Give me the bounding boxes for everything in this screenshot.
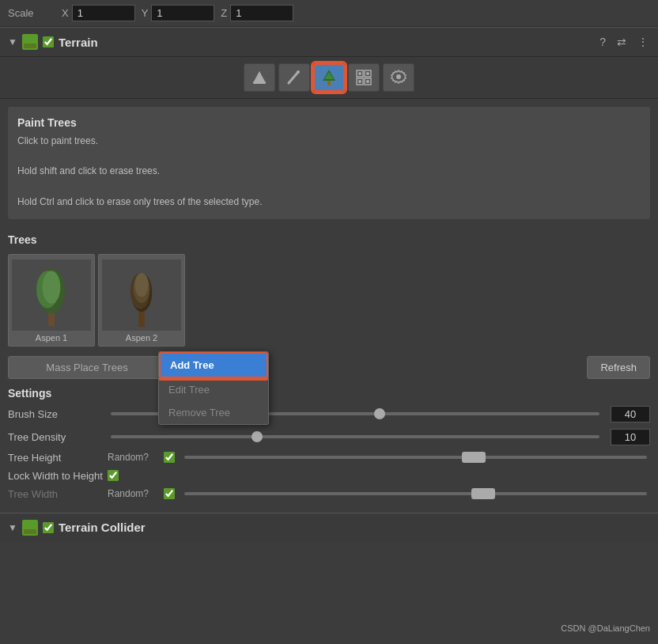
- scale-y-field: Y: [142, 5, 215, 21]
- mass-place-button[interactable]: Mass Place Trees: [8, 356, 166, 379]
- svg-rect-6: [327, 81, 331, 85]
- tree-item-aspen1[interactable]: Aspen 1: [8, 254, 95, 347]
- tree-item-aspen2[interactable]: Aspen 2: [98, 254, 185, 347]
- svg-point-5: [297, 70, 300, 74]
- tree-width-random-checkbox[interactable]: [164, 488, 175, 499]
- terrain-collider-header: ▼ Terrain Collider: [0, 513, 658, 542]
- scale-x-input[interactable]: [72, 5, 135, 21]
- terrain-icon: [22, 34, 38, 50]
- scale-y-input[interactable]: [151, 5, 214, 21]
- info-box: Paint Trees Click to paint trees. Hold s…: [8, 107, 650, 219]
- tool-raise-lower[interactable]: [244, 63, 275, 92]
- trees-grid: Aspen 1 Aspen 2: [0, 249, 658, 351]
- svg-point-17: [396, 74, 401, 79]
- lock-width-label: Lock Width to Height: [8, 470, 103, 482]
- tool-detail[interactable]: [348, 63, 380, 92]
- svg-point-26: [135, 274, 149, 297]
- svg-rect-28: [24, 529, 36, 534]
- brush-size-label: Brush Size: [8, 408, 103, 420]
- tree-width-slider[interactable]: [184, 492, 647, 495]
- svg-point-21: [43, 271, 61, 305]
- tree-height-label: Tree Height: [8, 452, 103, 464]
- info-title: Paint Trees: [17, 116, 641, 129]
- detail-icon: [355, 69, 372, 86]
- tree-density-value[interactable]: [611, 429, 650, 445]
- settings-icon: [390, 69, 407, 86]
- lock-width-checkbox[interactable]: [108, 470, 119, 481]
- tree-image-aspen1: [20, 261, 83, 328]
- tree-actions-dropdown: Add Tree Edit Tree Remove Tree: [158, 351, 269, 425]
- scale-x-field: X: [62, 5, 135, 21]
- info-text: Click to paint trees. Hold shift and cli…: [17, 134, 641, 210]
- scale-z-field: Z: [221, 5, 293, 21]
- lock-width-row: Lock Width to Height: [8, 470, 650, 482]
- tree-canvas-aspen2: [102, 259, 181, 331]
- scale-row: Scale X Y Z: [0, 0, 658, 27]
- refresh-button[interactable]: Refresh: [587, 356, 650, 379]
- tree-label-aspen1: Aspen 1: [36, 333, 67, 343]
- tree-width-random-label: Random?: [108, 488, 159, 499]
- tree-density-label: Tree Density: [8, 431, 103, 443]
- tree-width-label: Tree Width: [8, 488, 103, 500]
- terrain-checkbox[interactable]: [43, 36, 54, 47]
- svg-point-15: [358, 80, 361, 83]
- tool-paint[interactable]: [278, 63, 310, 92]
- settings-icon-btn[interactable]: ⇄: [615, 34, 628, 50]
- tree-height-random-checkbox[interactable]: [164, 452, 175, 463]
- scale-z-label: Z: [221, 7, 227, 19]
- add-tree-item[interactable]: Add Tree: [159, 352, 268, 378]
- tree-density-row: Tree Density: [8, 429, 650, 445]
- remove-tree-item[interactable]: Remove Tree: [159, 401, 268, 424]
- settings-block: Settings Brush Size Tree Density Tree He…: [0, 384, 658, 510]
- terrain-header: ▼ Terrain ? ⇄ ⋮: [0, 27, 658, 57]
- tool-settings[interactable]: [383, 63, 414, 92]
- footer-collapse-icon[interactable]: ▼: [8, 522, 17, 533]
- tree-image-aspen2: [110, 261, 173, 328]
- tree-height-slider[interactable]: [184, 456, 647, 459]
- toolbar: [0, 57, 658, 99]
- tree-label-aspen2: Aspen 2: [126, 333, 157, 343]
- more-menu-button[interactable]: ⋮: [636, 34, 650, 50]
- tree-width-row: Tree Width Random?: [8, 488, 650, 500]
- scale-x-label: X: [62, 7, 69, 19]
- brush-size-row: Brush Size: [8, 406, 650, 422]
- tree-icon: [320, 68, 338, 87]
- scale-y-label: Y: [142, 7, 149, 19]
- trees-section-title: Trees: [0, 227, 658, 249]
- svg-rect-22: [138, 313, 145, 328]
- tree-canvas-aspen1: [12, 259, 91, 331]
- watermark: CSDN @DaLiangChen: [561, 623, 650, 633]
- terrain-title: Terrain: [59, 36, 98, 49]
- settings-title: Settings: [8, 387, 650, 400]
- svg-point-13: [358, 72, 361, 75]
- footer-checkbox[interactable]: [43, 522, 54, 533]
- dropdown-menu: Add Tree Edit Tree Remove Tree: [158, 351, 269, 425]
- svg-rect-1: [24, 44, 36, 48]
- svg-marker-2: [254, 71, 265, 81]
- terrain-collider-title: Terrain Collider: [59, 521, 146, 534]
- help-button[interactable]: ?: [598, 34, 607, 50]
- svg-point-16: [366, 80, 369, 83]
- svg-point-14: [366, 72, 369, 75]
- tree-height-row: Tree Height Random?: [8, 452, 650, 464]
- brush-size-value[interactable]: [611, 406, 650, 422]
- collapse-icon[interactable]: ▼: [8, 36, 17, 47]
- paint-icon: [286, 69, 303, 86]
- edit-tree-item[interactable]: Edit Tree: [159, 378, 268, 401]
- svg-rect-3: [253, 81, 266, 84]
- bottom-toolbar: Mass Place Trees Add Tree Edit Tree Remo…: [0, 351, 658, 384]
- tree-density-slider[interactable]: [111, 435, 599, 438]
- raise-icon: [251, 69, 268, 86]
- scale-label: Scale: [8, 7, 55, 19]
- svg-line-4: [289, 72, 298, 83]
- tree-height-random-label: Random?: [108, 452, 159, 463]
- footer-terrain-icon: [22, 520, 38, 536]
- scale-z-input[interactable]: [230, 5, 293, 21]
- tool-tree[interactable]: [313, 63, 345, 92]
